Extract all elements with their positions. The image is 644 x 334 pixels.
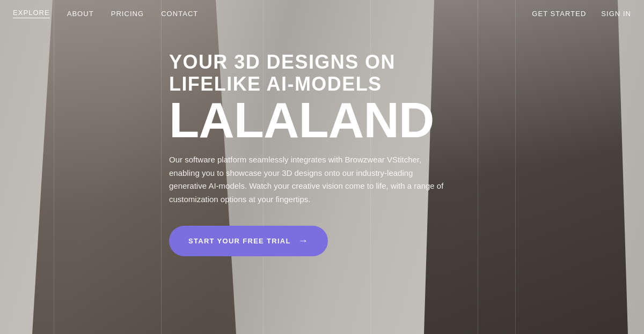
nav-item-get-started[interactable]: GET STARTED: [532, 10, 586, 18]
nav-item-pricing[interactable]: PRICING: [111, 10, 144, 18]
main-nav: EXPLORE ABOUT PRICING CONTACT GET STARTE…: [0, 0, 644, 27]
hero-brand-name: LALALAND: [169, 95, 470, 145]
nav-item-about[interactable]: ABOUT: [67, 10, 94, 18]
cta-arrow-icon: →: [298, 235, 309, 247]
cta-free-trial-button[interactable]: START YOUR FREE TRIAL →: [169, 226, 328, 256]
hero-tagline: YOUR 3D DESIGNS ONLIFELIKE AI-MODELS: [169, 51, 470, 95]
nav-item-sign-in[interactable]: SIGN IN: [601, 10, 631, 18]
hero-content: YOUR 3D DESIGNS ONLIFELIKE AI-MODELS LAL…: [169, 51, 470, 256]
nav-item-explore[interactable]: EXPLORE: [13, 9, 50, 18]
nav-item-contact[interactable]: CONTACT: [161, 10, 198, 18]
hero-description: Our software platform seamlessly integra…: [169, 153, 448, 206]
nav-right: GET STARTED SIGN IN: [532, 10, 631, 18]
cta-label: START YOUR FREE TRIAL: [188, 237, 291, 245]
nav-left: EXPLORE ABOUT PRICING CONTACT: [13, 9, 198, 18]
